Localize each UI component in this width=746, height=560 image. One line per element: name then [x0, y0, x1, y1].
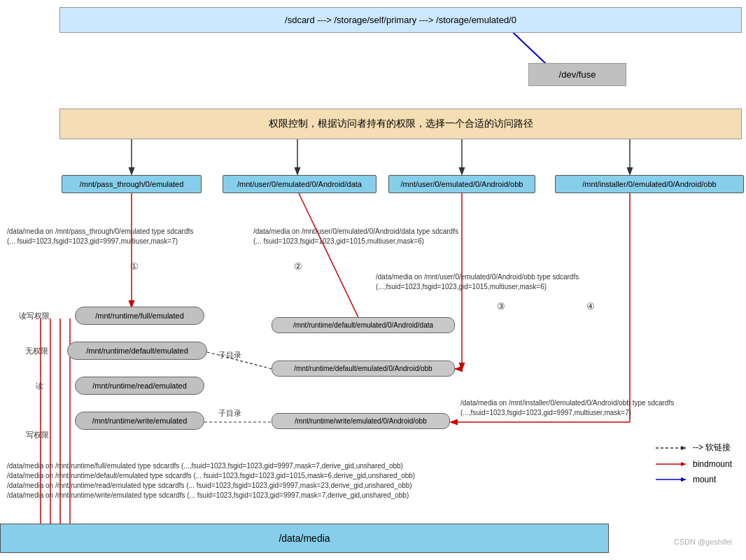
- label-subdir-2: 子目录: [218, 408, 241, 419]
- label-noperm: 无权限: [25, 346, 48, 356]
- runtime-read: /mnt/runtime/read/emulated: [75, 377, 204, 395]
- circle-3: ③: [497, 301, 505, 312]
- diagram-container: /sdcard ---> /storage/self/primary ---> …: [0, 0, 746, 560]
- circle-4: ④: [586, 301, 595, 312]
- circle-2: ②: [294, 261, 302, 272]
- data-media-bar: /data/media: [0, 524, 609, 553]
- path-box-3: /mnt/user/0/emulated/0/Android/obb: [388, 175, 535, 193]
- symlink-text: /sdcard ---> /storage/self/primary ---> …: [285, 15, 516, 25]
- android-obb-path: /mnt/runtime/default/emulated/0/Android/…: [272, 360, 455, 377]
- android-data-path: /mnt/runtime/default/emulated/0/Android/…: [272, 317, 455, 333]
- svg-line-6: [297, 190, 363, 328]
- mount-info-5: /data/media on /mnt/runtime/full/emulate…: [7, 451, 415, 500]
- svg-marker-25: [681, 462, 687, 466]
- mount-info-2: /data/media on /mnt/user/0/emulated/0/An…: [253, 217, 458, 246]
- mount-info-3: /data/media on /mnt/user/0/emulated/0/An…: [376, 262, 579, 292]
- permission-text: 权限控制，根据访问者持有的权限，选择一个合适的访问路径: [269, 118, 533, 129]
- circle-1: ①: [130, 261, 139, 272]
- path-box-4: /mnt/installer/0/emulated/0/Android/obb: [555, 175, 744, 193]
- path-box-2: /mnt/user/0/emulated/0/Android/data: [223, 175, 376, 193]
- dev-fuse-box: /dev/fuse: [528, 63, 626, 86]
- label-subdir-1: 子目录: [218, 350, 241, 360]
- svg-marker-23: [681, 446, 687, 450]
- legend-symlink: --> 软链接: [654, 442, 732, 454]
- legend-bindmount-label: bindmount: [693, 459, 732, 469]
- label-writeperm: 写权限: [26, 430, 49, 440]
- watermark: CSDN @geshifei: [674, 538, 732, 546]
- label-readwrite: 读写权限: [19, 311, 50, 321]
- path-box-1: /mnt/pass_through/0/emulated: [62, 175, 202, 193]
- legend-symlink-label: --> 软链接: [693, 442, 731, 454]
- legend-mount-label: mount: [693, 475, 716, 484]
- svg-marker-27: [681, 477, 687, 482]
- mount-info-4: /data/media on /mnt/installer/0/emulated…: [460, 388, 674, 418]
- legend-area: --> 软链接 bindmount mount: [654, 442, 732, 490]
- data-media-label: /data/media: [279, 533, 330, 544]
- label-read: 读: [36, 381, 43, 391]
- symlink-bar: /sdcard ---> /storage/self/primary ---> …: [59, 7, 742, 33]
- dev-fuse-label: /dev/fuse: [559, 69, 596, 80]
- mount-info-1: /data/media on /mnt/pass_through/0/emula…: [7, 217, 193, 246]
- legend-mount: mount: [654, 475, 732, 484]
- runtime-default: /mnt/runtime/default/emulated: [67, 342, 207, 360]
- permission-box: 权限控制，根据访问者持有的权限，选择一个合适的访问路径: [59, 108, 742, 139]
- runtime-full: /mnt/runtime/full/emulated: [75, 307, 204, 325]
- legend-bindmount: bindmount: [654, 459, 732, 469]
- android-write-obb-path: /mnt/runtime/write/emulated/0/Android/ob…: [272, 413, 450, 429]
- runtime-write: /mnt/runtime/write/emulated: [75, 412, 204, 430]
